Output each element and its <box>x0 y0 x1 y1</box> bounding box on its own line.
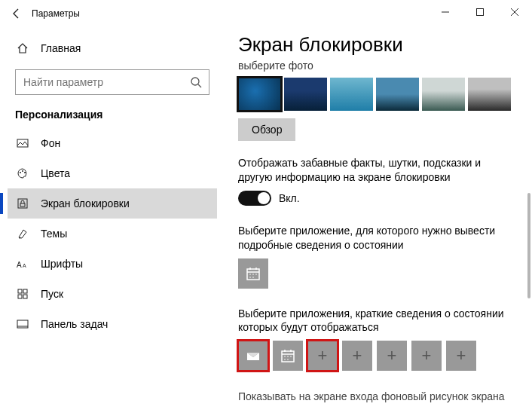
nav-label: Темы <box>41 228 67 240</box>
quick-apps-label: Выберите приложения, краткие сведения о … <box>238 307 511 335</box>
detail-app-label: Выберите приложение, для которого нужно … <box>238 224 511 252</box>
nav-label: Пуск <box>41 288 63 300</box>
calendar-icon <box>245 265 261 282</box>
themes-icon <box>15 228 30 240</box>
section-title: Персонализация <box>8 109 217 128</box>
plus-icon: + <box>353 346 362 365</box>
quick-app-tile-7[interactable]: + <box>446 341 476 371</box>
maximize-button[interactable] <box>463 0 497 24</box>
search-icon <box>190 76 202 88</box>
nav-label: Фон <box>41 137 60 149</box>
thumbnail-1[interactable] <box>238 78 281 111</box>
sidebar: Главная Персонализация Фон Цвета Э <box>0 27 225 419</box>
nav-label: Шрифты <box>41 258 83 270</box>
svg-point-25 <box>249 274 251 275</box>
fun-facts-toggle[interactable] <box>238 191 271 206</box>
nav-fonts[interactable]: AA Шрифты <box>8 249 217 279</box>
nav-label: Главная <box>41 42 81 54</box>
start-icon <box>15 288 30 300</box>
page-heading: Экран блокировки <box>238 33 511 57</box>
photo-thumbnails <box>238 78 511 111</box>
svg-point-29 <box>252 277 254 278</box>
minimize-button[interactable] <box>428 0 463 24</box>
home-icon <box>15 42 30 54</box>
close-button[interactable] <box>497 0 532 24</box>
thumbnail-2[interactable] <box>284 78 327 111</box>
quick-app-tile-6[interactable]: + <box>411 341 442 371</box>
svg-text:A: A <box>23 263 26 268</box>
svg-point-7 <box>20 172 21 173</box>
svg-point-8 <box>22 170 23 172</box>
svg-rect-18 <box>23 295 27 298</box>
lockscreen-icon <box>15 197 30 210</box>
nav-label: Цвета <box>41 167 70 179</box>
quick-app-tile-4[interactable]: + <box>342 341 372 371</box>
nav-label: Экран блокировки <box>41 197 130 210</box>
svg-point-4 <box>191 78 199 85</box>
nav-themes[interactable]: Темы <box>8 219 217 249</box>
svg-point-28 <box>249 277 251 278</box>
calendar-icon <box>280 347 296 364</box>
nav-home[interactable]: Главная <box>8 33 217 63</box>
taskbar-icon <box>15 318 30 330</box>
nav-colors[interactable]: Цвета <box>8 158 217 188</box>
svg-point-35 <box>287 356 289 358</box>
thumbnail-6[interactable] <box>468 78 511 111</box>
plus-icon: + <box>422 346 432 365</box>
svg-rect-1 <box>477 9 484 16</box>
svg-point-27 <box>255 274 257 275</box>
thumbnail-5[interactable] <box>422 78 465 111</box>
svg-point-9 <box>24 172 26 173</box>
scrollbar[interactable] <box>527 193 530 298</box>
quick-app-tile-2[interactable] <box>273 341 303 371</box>
nav-background[interactable]: Фон <box>8 128 217 158</box>
nav-taskbar[interactable]: Панель задач <box>8 309 217 339</box>
nav-label: Панель задач <box>41 318 108 330</box>
svg-rect-15 <box>18 289 22 293</box>
window-controls <box>428 0 532 24</box>
picture-icon <box>15 137 30 149</box>
svg-point-37 <box>284 359 286 361</box>
plus-icon: + <box>387 346 397 365</box>
quick-app-tile-1[interactable] <box>238 341 268 371</box>
quick-app-tile-5[interactable]: + <box>377 341 407 371</box>
thumbnail-4[interactable] <box>376 78 419 111</box>
browse-button[interactable]: Обзор <box>238 118 295 141</box>
window-title: Параметры <box>32 8 80 19</box>
svg-point-34 <box>284 356 286 358</box>
svg-rect-11 <box>20 203 25 206</box>
choose-photo-label: выберите фото <box>238 60 511 72</box>
cutoff-text: Показывать на экране входа фоновый рисун… <box>238 390 511 402</box>
thumbnail-3[interactable] <box>330 78 373 111</box>
nav-lockscreen[interactable]: Экран блокировки <box>8 188 217 219</box>
content-pane: Экран блокировки выберите фото Обзор Ото… <box>225 27 532 419</box>
svg-rect-16 <box>23 289 27 293</box>
plus-icon: + <box>457 346 466 365</box>
svg-point-38 <box>287 359 289 361</box>
plus-icon: + <box>318 346 328 365</box>
search-input[interactable] <box>15 69 209 95</box>
detail-app-tile[interactable] <box>238 258 268 289</box>
svg-point-26 <box>252 274 254 275</box>
svg-line-5 <box>198 84 201 87</box>
svg-point-36 <box>290 356 292 358</box>
svg-rect-17 <box>18 295 22 298</box>
toggle-state-label: Вкл. <box>279 192 300 204</box>
fonts-icon: AA <box>15 258 30 269</box>
search-wrap <box>15 69 209 95</box>
palette-icon <box>15 167 30 179</box>
back-button[interactable] <box>6 3 27 24</box>
nav-start[interactable]: Пуск <box>8 279 217 309</box>
quick-app-tile-3[interactable]: + <box>307 341 338 371</box>
svg-text:A: A <box>17 261 22 269</box>
fun-facts-label: Отображать забавные факты, шутки, подска… <box>238 156 511 185</box>
mail-icon <box>245 347 261 364</box>
